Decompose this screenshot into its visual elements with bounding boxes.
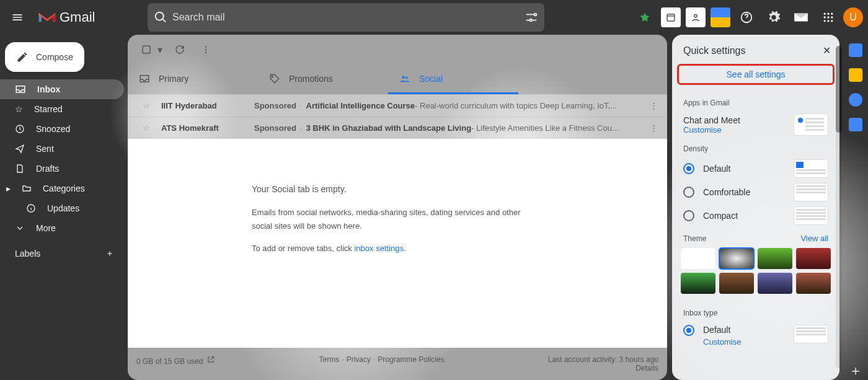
clock-icon — [15, 124, 25, 134]
help-icon[interactable] — [734, 5, 759, 30]
more-button[interactable] — [195, 38, 217, 61]
calendar-icon[interactable] — [849, 43, 862, 57]
keep-icon[interactable] — [849, 68, 862, 82]
sidebar-item-inbox[interactable]: Inbox — [0, 79, 124, 99]
gmail-logo[interactable]: Gmail — [30, 9, 141, 25]
svg-point-8 — [824, 16, 826, 18]
select-dropdown-icon[interactable]: ▾ — [157, 44, 165, 56]
empty-line: Emails from social networks, media-shari… — [252, 206, 543, 233]
radio-icon[interactable] — [683, 210, 694, 221]
view-all-themes-link[interactable]: View all — [800, 234, 828, 243]
sidebar-item-more[interactable]: More — [0, 218, 124, 238]
sidebar-label: Sent — [36, 144, 54, 154]
tune-icon[interactable] — [525, 11, 538, 24]
quick-settings-panel: Quick settings ✕ See all settings Apps i… — [672, 35, 839, 380]
star-icon[interactable]: ☆ — [143, 123, 155, 133]
scrollbar[interactable] — [836, 46, 842, 368]
inbox-settings-link[interactable]: inbox settings — [354, 244, 404, 253]
gear-icon[interactable] — [761, 5, 786, 30]
contacts-square-icon[interactable] — [686, 7, 706, 27]
select-checkbox[interactable] — [135, 38, 157, 61]
theme-option[interactable] — [796, 248, 831, 269]
tab-label: Promotions — [289, 74, 333, 84]
svg-rect-16 — [143, 46, 150, 53]
compose-button[interactable]: Compose — [5, 42, 84, 72]
refresh-button[interactable] — [169, 38, 191, 61]
inbox-type-default[interactable]: Default Customise — [672, 321, 839, 355]
tab-primary[interactable]: Primary — [128, 64, 258, 94]
theme-option[interactable] — [758, 273, 792, 294]
privacy-link[interactable]: Privacy — [347, 355, 371, 373]
theme-option[interactable] — [681, 273, 715, 294]
apps-thumb — [794, 113, 828, 136]
search-icon[interactable] — [154, 11, 167, 24]
svg-point-17 — [205, 46, 206, 47]
theme-option[interactable] — [796, 273, 831, 294]
theme-option[interactable] — [681, 248, 715, 269]
search-bar[interactable] — [148, 3, 544, 32]
svg-point-9 — [827, 16, 829, 18]
theme-option[interactable] — [758, 248, 792, 269]
tasks-icon[interactable] — [849, 93, 862, 107]
sidebar-item-drafts[interactable]: Drafts — [0, 159, 124, 179]
svg-point-19 — [205, 51, 206, 53]
customise-link[interactable]: Customise — [703, 337, 741, 347]
row-title: 3 BHK in Ghaziabad with Landscape Living — [306, 123, 472, 133]
file-icon — [15, 164, 25, 174]
sidebar-item-categories[interactable]: ▸Categories — [0, 179, 124, 198]
search-input[interactable] — [172, 12, 520, 23]
theme-section-title: Theme — [683, 234, 706, 243]
scroll-thumb[interactable] — [836, 46, 842, 133]
sidebar-item-snoozed[interactable]: Snoozed — [0, 119, 124, 139]
layout-square-icon[interactable] — [711, 7, 730, 27]
mail-icon[interactable] — [789, 5, 813, 30]
mail-row[interactable]: ☆ ATS Homekraft Sponsored· 3 BHK in Ghaz… — [128, 117, 667, 139]
row-more-icon[interactable]: ⋮ — [646, 123, 661, 133]
svg-point-21 — [402, 76, 405, 79]
see-all-settings-button[interactable]: See all settings — [678, 65, 833, 84]
storage-text: 0 GB of 15 GB used — [136, 357, 203, 366]
density-comfortable[interactable]: Comfortable — [672, 180, 839, 204]
tag-icon — [269, 73, 280, 84]
svg-point-5 — [824, 13, 826, 15]
close-icon[interactable]: ✕ — [823, 45, 831, 56]
radio-icon[interactable] — [683, 187, 694, 198]
plus-icon[interactable]: ＋ — [849, 361, 862, 380]
theme-option[interactable] — [719, 273, 754, 294]
star-icon[interactable]: ☆ — [143, 101, 155, 110]
menu-icon[interactable] — [5, 5, 30, 30]
tab-promotions[interactable]: Promotions — [258, 64, 388, 94]
row-more-icon[interactable]: ⋮ — [646, 101, 661, 110]
radio-icon[interactable] — [683, 163, 694, 174]
customise-link[interactable]: Customise — [683, 125, 740, 135]
density-compact[interactable]: Compact — [672, 204, 839, 228]
contacts-icon[interactable] — [849, 118, 862, 131]
apps-grid-icon[interactable] — [816, 5, 841, 30]
terms-link[interactable]: Terms — [319, 355, 340, 373]
policies-link[interactable]: Programme Policies — [378, 355, 444, 373]
density-default[interactable]: Default — [672, 157, 839, 180]
row-preview: - Lifestyle Amenities Like a Fitness Cou… — [471, 123, 619, 133]
inbox-icon — [15, 84, 26, 95]
avatar[interactable]: U — [843, 7, 863, 27]
calendar-square-icon[interactable] — [661, 7, 681, 27]
radio-icon[interactable] — [683, 325, 694, 336]
chevron-down-icon — [15, 223, 25, 233]
sidebar-item-starred[interactable]: ☆Starred — [0, 99, 124, 119]
sidebar-item-updates[interactable]: Updates — [0, 198, 124, 218]
tab-social[interactable]: Social — [388, 64, 518, 94]
mail-row[interactable]: ☆ IIIT Hyderabad Sponsored· Artificial I… — [128, 94, 667, 117]
svg-point-7 — [831, 13, 833, 15]
details-link[interactable]: Details — [548, 364, 658, 373]
plus-icon[interactable]: ＋ — [105, 248, 114, 259]
theme-option[interactable] — [719, 248, 754, 269]
open-icon[interactable] — [206, 355, 215, 364]
apps-section-title: Apps in Gmail — [672, 92, 839, 111]
sidebar-label: Starred — [34, 104, 63, 114]
svg-point-6 — [827, 13, 829, 15]
status-icon[interactable] — [632, 5, 657, 30]
sidebar-label: Updates — [47, 203, 79, 213]
inbox-thumb — [794, 325, 828, 343]
density-label: Comfortable — [703, 187, 750, 197]
sidebar-item-sent[interactable]: Sent — [0, 139, 124, 159]
